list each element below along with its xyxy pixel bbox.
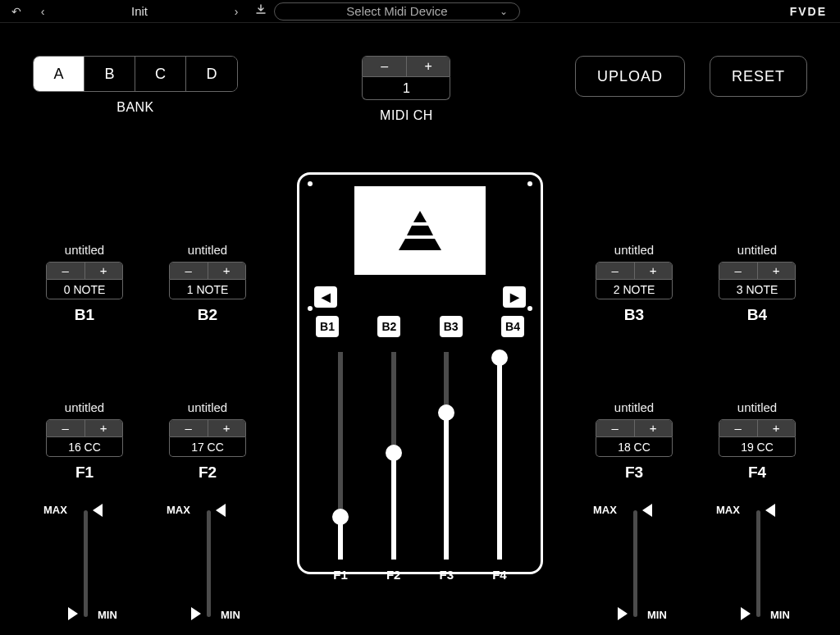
device-fader-f2[interactable]: F2	[377, 352, 410, 582]
import-button[interactable]	[251, 2, 271, 21]
note-label: B1	[35, 306, 134, 324]
midi-ch-decrement-button[interactable]: –	[363, 57, 407, 76]
triangle-right-icon[interactable]	[618, 607, 628, 620]
cc-decrement-button[interactable]: –	[170, 420, 208, 436]
note-value: 0 NOTE	[46, 280, 123, 299]
range-track	[84, 510, 88, 617]
note-increment-button[interactable]: +	[635, 263, 673, 279]
range-min-label: MIN	[98, 609, 117, 621]
triangle-left-icon[interactable]	[642, 504, 652, 517]
note-increment-button[interactable]: +	[208, 263, 246, 279]
upload-button[interactable]: UPLOAD	[575, 56, 685, 97]
device-b2-button[interactable]: B2	[377, 316, 400, 337]
note-title[interactable]: untitled	[158, 243, 257, 257]
cc-decrement-button[interactable]: –	[596, 420, 635, 436]
note-value: 3 NOTE	[719, 280, 796, 299]
device-fader-f3[interactable]: F3	[430, 352, 463, 582]
range-max-label: MAX	[716, 504, 740, 516]
device-prev-button[interactable]: ◀	[314, 286, 337, 308]
note-increment-button[interactable]: +	[85, 263, 123, 279]
fader-knob[interactable]	[332, 509, 349, 525]
triangle-left-icon[interactable]	[216, 504, 226, 517]
cc-title[interactable]: untitled	[708, 400, 806, 414]
triangle-left-icon[interactable]	[765, 504, 775, 517]
bank-d-button[interactable]: D	[186, 57, 237, 91]
note-title[interactable]: untitled	[708, 243, 806, 257]
midi-ch-increment-button[interactable]: +	[407, 57, 450, 76]
cc-label: F2	[158, 464, 257, 482]
note-title[interactable]: untitled	[585, 243, 683, 257]
midi-device-select[interactable]: Select Midi Device ⌄	[274, 2, 520, 21]
range-slider-f2[interactable]: MAX MIN	[167, 499, 249, 625]
screw-icon	[527, 181, 532, 186]
pyramid-icon	[395, 206, 445, 255]
cc-value: 19 CC	[719, 437, 796, 457]
range-slider-f4[interactable]: MAX MIN	[716, 499, 798, 625]
screw-icon	[308, 306, 313, 311]
range-track	[633, 510, 637, 617]
cc-increment-button[interactable]: +	[208, 420, 246, 436]
triangle-right-icon[interactable]	[191, 607, 201, 620]
note-label: B4	[708, 306, 806, 324]
note-label: B2	[158, 306, 257, 324]
triangle-right-icon[interactable]	[741, 607, 751, 620]
prev-preset-button[interactable]: ‹	[31, 2, 54, 21]
note-increment-button[interactable]: +	[758, 263, 796, 279]
note-decrement-button[interactable]: –	[596, 263, 635, 279]
cc-title[interactable]: untitled	[158, 400, 257, 414]
cc-title[interactable]: untitled	[585, 400, 683, 414]
note-control-b3: untitled – + 2 NOTE B3	[585, 243, 683, 324]
range-min-label: MIN	[770, 609, 790, 621]
device-b3-button[interactable]: B3	[440, 316, 463, 337]
range-max-label: MAX	[43, 504, 67, 516]
midi-ch-value: 1	[362, 77, 450, 100]
triangle-right-icon[interactable]	[68, 607, 78, 620]
range-slider-f3[interactable]: MAX MIN	[593, 499, 675, 625]
cc-increment-button[interactable]: +	[758, 420, 796, 436]
device-next-button[interactable]: ▶	[503, 286, 526, 308]
triangle-right-icon: ▶	[510, 290, 519, 304]
range-max-label: MAX	[167, 504, 190, 516]
cc-decrement-button[interactable]: –	[719, 420, 758, 436]
cc-increment-button[interactable]: +	[85, 420, 123, 436]
midi-device-label: Select Midi Device	[346, 4, 447, 18]
note-decrement-button[interactable]: –	[170, 263, 208, 279]
cc-increment-button[interactable]: +	[635, 420, 673, 436]
device-fader-f4[interactable]: F4	[483, 352, 516, 582]
chevron-right-icon: ›	[235, 5, 239, 18]
cc-label: F4	[708, 464, 806, 482]
range-min-label: MIN	[221, 609, 240, 621]
fader-label: F3	[440, 568, 454, 582]
device-screen	[354, 186, 486, 275]
fader-knob[interactable]	[491, 349, 508, 366]
undo-button[interactable]: ↶	[5, 2, 28, 21]
cc-label: F3	[585, 464, 683, 482]
range-track	[207, 510, 211, 617]
note-title[interactable]: untitled	[35, 243, 134, 257]
bank-b-button[interactable]: B	[84, 57, 135, 91]
fader-knob[interactable]	[386, 445, 402, 461]
cc-decrement-button[interactable]: –	[47, 420, 85, 436]
midi-ch-label: MIDI CH	[362, 108, 450, 123]
note-decrement-button[interactable]: –	[719, 263, 758, 279]
device-fader-f1[interactable]: F1	[324, 352, 357, 582]
cc-label: F1	[35, 464, 134, 482]
reset-button[interactable]: RESET	[710, 56, 807, 97]
triangle-left-icon[interactable]	[93, 504, 103, 517]
note-value: 2 NOTE	[596, 280, 673, 299]
preset-name[interactable]: Init	[57, 4, 221, 18]
device-b4-button[interactable]: B4	[501, 316, 524, 337]
range-slider-f1[interactable]: MAX MIN	[43, 499, 126, 625]
bank-c-button[interactable]: C	[135, 57, 186, 91]
bank-a-button[interactable]: A	[34, 57, 84, 91]
next-preset-button[interactable]: ›	[225, 2, 248, 21]
device-b1-button[interactable]: B1	[316, 316, 339, 337]
note-label: B3	[585, 306, 683, 324]
toolbar: ↶ ‹ Init › Select Midi Device ⌄ FVDE	[0, 0, 840, 23]
hardware-device: ◀ ▶ B1 B2 B3 B4 F1F2F3F4	[297, 172, 543, 574]
fader-knob[interactable]	[438, 404, 454, 421]
brand-logo: FVDE	[790, 5, 835, 18]
download-icon	[255, 4, 267, 18]
cc-title[interactable]: untitled	[35, 400, 134, 414]
note-decrement-button[interactable]: –	[47, 263, 85, 279]
